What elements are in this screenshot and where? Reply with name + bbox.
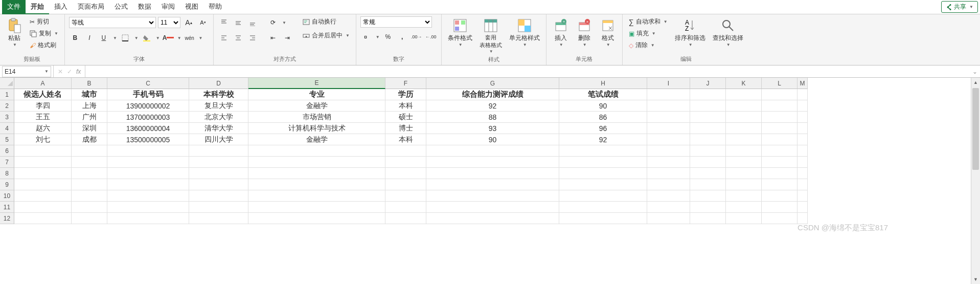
cell-K10[interactable] [726, 190, 762, 202]
fill-color-button[interactable] [141, 32, 153, 44]
cell-F9[interactable] [385, 179, 426, 190]
row-header-9[interactable]: 9 [0, 179, 14, 190]
align-middle-button[interactable] [232, 16, 244, 29]
cell-B1[interactable]: 城市 [72, 89, 107, 100]
clear-button[interactable]: ◇清除▼ [627, 40, 670, 51]
cell-H8[interactable] [559, 168, 647, 179]
cell-K12[interactable] [726, 213, 762, 224]
cell-L7[interactable] [762, 157, 797, 168]
cell-K6[interactable] [726, 145, 762, 157]
cell-G9[interactable] [426, 179, 559, 190]
cell-L11[interactable] [762, 202, 797, 213]
cell-A1[interactable]: 候选人姓名 [14, 89, 72, 100]
cell-M6[interactable] [797, 145, 808, 157]
cell-J7[interactable] [690, 157, 726, 168]
cell-K2[interactable] [726, 100, 762, 112]
comma-button[interactable]: , [396, 31, 408, 43]
menu-tab-7[interactable]: 视图 [180, 0, 203, 14]
cell-M8[interactable] [797, 168, 808, 179]
cell-I3[interactable] [647, 112, 690, 123]
cell-M7[interactable] [797, 157, 808, 168]
conditional-format-button[interactable]: 条件格式▼ [446, 16, 474, 48]
cell-G5[interactable]: 90 [426, 134, 559, 145]
name-box[interactable]: E14▼ [2, 66, 51, 77]
cell-L5[interactable] [762, 134, 797, 145]
cell-E7[interactable] [248, 157, 385, 168]
cell-C1[interactable]: 手机号码 [107, 89, 189, 100]
cell-J6[interactable] [690, 145, 726, 157]
row-header-2[interactable]: 2 [0, 100, 14, 112]
format-painter-button[interactable]: 🖌格式刷 [28, 40, 60, 51]
cell-C12[interactable] [107, 213, 189, 224]
expand-formula-icon[interactable]: ⌄ [970, 68, 980, 75]
cell-J12[interactable] [690, 213, 726, 224]
cell-D6[interactable] [189, 145, 248, 157]
font-size-combo[interactable]: 11 [158, 17, 180, 28]
row-header-10[interactable]: 10 [0, 190, 14, 202]
wrap-text-button[interactable]: 自动换行 [301, 16, 352, 27]
row-header-12[interactable]: 12 [0, 213, 14, 224]
row-header-7[interactable]: 7 [0, 157, 14, 168]
cell-I4[interactable] [647, 123, 690, 134]
cell-L2[interactable] [762, 100, 797, 112]
cell-L12[interactable] [762, 213, 797, 224]
row-header-4[interactable]: 4 [0, 123, 14, 134]
cell-C8[interactable] [107, 168, 189, 179]
formula-input[interactable] [85, 65, 970, 77]
align-left-button[interactable] [218, 32, 230, 44]
insert-cells-button[interactable]: +插入▼ [551, 16, 571, 48]
merge-center-button[interactable]: a合并后居中▼ [301, 30, 352, 41]
increase-font-button[interactable]: A▴ [183, 16, 195, 29]
col-header-I[interactable]: I [647, 78, 690, 89]
cell-I1[interactable] [647, 89, 690, 100]
cell-J4[interactable] [690, 123, 726, 134]
cell-I5[interactable] [647, 134, 690, 145]
align-bottom-button[interactable] [246, 16, 259, 29]
format-cells-button[interactable]: 格式▼ [598, 16, 618, 48]
cell-H1[interactable]: 笔试成绩 [559, 89, 647, 100]
cell-L8[interactable] [762, 168, 797, 179]
cell-E1[interactable]: 专业 [248, 89, 385, 100]
align-right-button[interactable] [246, 32, 259, 44]
cell-H7[interactable] [559, 157, 647, 168]
cell-K9[interactable] [726, 179, 762, 190]
scroll-up-icon[interactable]: ▲ [971, 78, 980, 87]
cell-D10[interactable] [189, 190, 248, 202]
cell-B12[interactable] [72, 213, 107, 224]
cell-D2[interactable]: 复旦大学 [189, 100, 248, 112]
cell-D1[interactable]: 本科学校 [189, 89, 248, 100]
cell-A8[interactable] [14, 168, 72, 179]
underline-button[interactable]: U [98, 32, 110, 44]
cell-C4[interactable]: 13600000004 [107, 123, 189, 134]
row-header-6[interactable]: 6 [0, 145, 14, 157]
align-center-button[interactable] [232, 32, 244, 44]
orientation-button[interactable]: ⟳ [267, 16, 279, 29]
cell-A4[interactable]: 赵六 [14, 123, 72, 134]
cell-H5[interactable]: 92 [559, 134, 647, 145]
cell-F3[interactable]: 硕士 [385, 112, 426, 123]
cell-H10[interactable] [559, 190, 647, 202]
font-color-button[interactable]: A [162, 32, 174, 44]
cell-A11[interactable] [14, 202, 72, 213]
cell-J1[interactable] [690, 89, 726, 100]
cell-H12[interactable] [559, 213, 647, 224]
increase-decimal-button[interactable]: .00→ [411, 31, 423, 43]
cell-L6[interactable] [762, 145, 797, 157]
cell-H2[interactable]: 90 [559, 100, 647, 112]
cell-C11[interactable] [107, 202, 189, 213]
cell-A6[interactable] [14, 145, 72, 157]
cell-D3[interactable]: 北京大学 [189, 112, 248, 123]
currency-button[interactable]: ¤ [360, 31, 373, 43]
cell-J8[interactable] [690, 168, 726, 179]
sort-filter-button[interactable]: AZ排序和筛选▼ [673, 16, 708, 48]
cell-C7[interactable] [107, 157, 189, 168]
cell-A9[interactable] [14, 179, 72, 190]
share-button[interactable]: 共享 ▼ [941, 1, 978, 13]
menu-tab-4[interactable]: 公式 [109, 0, 133, 14]
cell-E3[interactable]: 市场营销 [248, 112, 385, 123]
cell-B3[interactable]: 广州 [72, 112, 107, 123]
phonetic-button[interactable]: wén [184, 32, 196, 44]
menu-tab-0[interactable]: 文件 [2, 0, 26, 14]
border-button[interactable] [119, 32, 131, 44]
cell-G12[interactable] [426, 213, 559, 224]
